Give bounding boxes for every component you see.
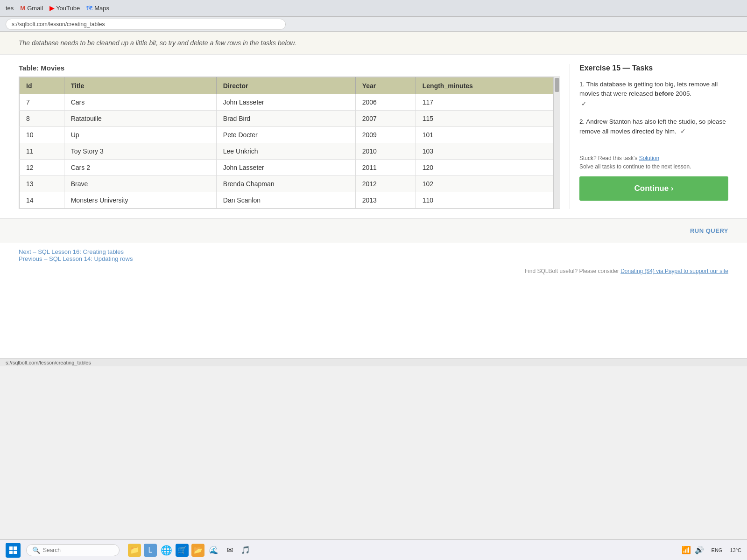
cell-title: Ratatouille bbox=[64, 111, 216, 127]
browser-tabs: tes M Gmail ▶ YouTube 🗺 Maps bbox=[6, 5, 109, 12]
table-title: Table: Movies bbox=[19, 64, 560, 72]
cell-length: 101 bbox=[416, 127, 553, 143]
cell-length: 117 bbox=[416, 94, 553, 111]
task-1-text-before: This database is getting too big, lets r… bbox=[579, 81, 718, 97]
svg-rect-0 bbox=[9, 546, 13, 550]
table-row: 7 Cars John Lasseter 2006 117 bbox=[20, 94, 553, 111]
tab-youtube[interactable]: ▶ YouTube bbox=[49, 5, 80, 12]
donation-link[interactable]: Donating ($4) via Paypal to support our … bbox=[620, 268, 728, 274]
cell-director: Pete Docter bbox=[216, 127, 355, 143]
cell-length: 103 bbox=[416, 143, 553, 160]
tasks-footer: Stuck? Read this task's Solution Solve a… bbox=[579, 155, 728, 170]
cell-title: Up bbox=[64, 127, 216, 143]
tab-gmail[interactable]: M Gmail bbox=[20, 5, 43, 12]
table-scrollbar[interactable] bbox=[553, 77, 560, 209]
donation-text: Find SQLBolt useful? Please consider bbox=[525, 268, 620, 274]
sql-area: RUN QUERY bbox=[0, 218, 747, 243]
next-lesson-link[interactable]: Next – SQL Lesson 16: Creating tables bbox=[19, 248, 124, 255]
browser-tabs-bar: tes M Gmail ▶ YouTube 🗺 Maps bbox=[0, 0, 747, 17]
table-area: Table: Movies Id Title Director Year Len… bbox=[19, 64, 570, 209]
taskbar-store-icon[interactable]: 🛒 bbox=[176, 544, 189, 557]
tab-notes[interactable]: tes bbox=[6, 5, 14, 12]
cell-length: 120 bbox=[416, 160, 553, 176]
main-layout: Table: Movies Id Title Director Year Len… bbox=[0, 55, 747, 218]
cell-director: Dan Scanlon bbox=[216, 192, 355, 209]
cell-id: 13 bbox=[20, 176, 64, 192]
url-status-text: s://sqlbolt.com/lesson/creating_tables bbox=[6, 360, 91, 365]
cell-length: 115 bbox=[416, 111, 553, 127]
page-content: The database needs to be cleaned up a li… bbox=[0, 32, 747, 358]
taskbar-file-explorer-icon[interactable]: 📁 bbox=[128, 544, 141, 557]
table-wrapper: Id Title Director Year Length_minutes 7 … bbox=[19, 77, 560, 209]
taskbar-wifi-icon[interactable]: 📶 bbox=[682, 546, 691, 554]
cell-year: 2009 bbox=[355, 127, 416, 143]
taskbar-music-icon[interactable]: 🎵 bbox=[239, 544, 252, 557]
cell-id: 12 bbox=[20, 160, 64, 176]
table-row: 11 Toy Story 3 Lee Unkrich 2010 103 bbox=[20, 143, 553, 160]
intro-text: The database needs to be cleaned up a li… bbox=[19, 39, 296, 47]
tab-notes-label: tes bbox=[6, 5, 14, 12]
tasks-title: Exercise 15 — Tasks bbox=[579, 64, 728, 72]
table-header-row: Id Title Director Year Length_minutes bbox=[20, 77, 553, 95]
donation-section: Find SQLBolt useful? Please consider Don… bbox=[0, 268, 747, 274]
cell-id: 11 bbox=[20, 143, 64, 160]
taskbar-temp: 13°C bbox=[730, 547, 741, 553]
cell-year: 2013 bbox=[355, 192, 416, 209]
solution-link[interactable]: Solution bbox=[639, 155, 659, 161]
col-header-length: Length_minutes bbox=[416, 77, 553, 95]
cell-id: 14 bbox=[20, 192, 64, 209]
cell-title: Toy Story 3 bbox=[64, 143, 216, 160]
tab-maps[interactable]: 🗺 Maps bbox=[86, 5, 109, 12]
taskbar-search-input[interactable] bbox=[43, 547, 113, 553]
taskbar: 🔍 📁 L 🌐 🛒 📂 🌊 ✉ 🎵 📶 🔊 ENG 13°C bbox=[0, 539, 747, 560]
taskbar-user-icon[interactable]: L bbox=[144, 544, 157, 557]
taskbar-lang: ENG bbox=[712, 547, 723, 553]
cell-length: 110 bbox=[416, 192, 553, 209]
task-1-text-after: 2005. bbox=[676, 90, 691, 97]
start-button[interactable] bbox=[6, 543, 21, 558]
task-2-number: 2. bbox=[579, 118, 586, 125]
solve-text: Solve all tasks to continue to the next … bbox=[579, 163, 728, 170]
tasks-panel: Exercise 15 — Tasks 1. This database is … bbox=[570, 64, 728, 209]
url-bar[interactable]: s://sqlbolt.com/lesson/creating_tables bbox=[6, 19, 286, 30]
cell-year: 2007 bbox=[355, 111, 416, 127]
cell-director: John Lasseter bbox=[216, 160, 355, 176]
cell-id: 7 bbox=[20, 94, 64, 111]
table-row: 14 Monsters University Dan Scanlon 2013 … bbox=[20, 192, 553, 209]
svg-rect-1 bbox=[14, 546, 17, 550]
cell-director: Brenda Chapman bbox=[216, 176, 355, 192]
cell-year: 2006 bbox=[355, 94, 416, 111]
cell-title: Brave bbox=[64, 176, 216, 192]
taskbar-mail-icon[interactable]: ✉ bbox=[223, 544, 236, 557]
taskbar-folder2-icon[interactable]: 📂 bbox=[191, 544, 204, 557]
cell-length: 102 bbox=[416, 176, 553, 192]
col-header-year: Year bbox=[355, 77, 416, 95]
tab-youtube-label: YouTube bbox=[56, 5, 80, 12]
cell-title: Cars bbox=[64, 94, 216, 111]
taskbar-edge-icon[interactable]: 🌊 bbox=[207, 544, 220, 557]
continue-button[interactable]: Continue › bbox=[579, 176, 728, 201]
col-header-title: Title bbox=[64, 77, 216, 95]
run-query-button[interactable]: RUN QUERY bbox=[690, 227, 728, 234]
svg-rect-3 bbox=[14, 551, 17, 554]
footer-nav: Next – SQL Lesson 16: Creating tables Pr… bbox=[0, 243, 747, 268]
tab-gmail-label: Gmail bbox=[27, 5, 43, 12]
youtube-icon: ▶ bbox=[49, 5, 54, 12]
movies-table: Id Title Director Year Length_minutes 7 … bbox=[19, 77, 553, 209]
taskbar-globe-icon[interactable]: 🌐 bbox=[160, 544, 173, 557]
cell-year: 2011 bbox=[355, 160, 416, 176]
previous-lesson-link[interactable]: Previous – SQL Lesson 14: Updating rows bbox=[19, 255, 133, 262]
table-row: 13 Brave Brenda Chapman 2012 102 bbox=[20, 176, 553, 192]
table-row: 8 Ratatouille Brad Bird 2007 115 bbox=[20, 111, 553, 127]
cell-director: Brad Bird bbox=[216, 111, 355, 127]
cell-title: Monsters University bbox=[64, 192, 216, 209]
task-2-check: ✓ bbox=[680, 127, 686, 135]
table-row: 12 Cars 2 John Lasseter 2011 120 bbox=[20, 160, 553, 176]
cell-id: 8 bbox=[20, 111, 64, 127]
cell-year: 2012 bbox=[355, 176, 416, 192]
taskbar-search-bar[interactable]: 🔍 bbox=[26, 544, 120, 556]
taskbar-volume-icon[interactable]: 🔊 bbox=[695, 546, 704, 554]
search-icon: 🔍 bbox=[32, 546, 40, 554]
task-item-2: 2. Andrew Stanton has also left the stud… bbox=[579, 117, 728, 137]
taskbar-apps: 📁 L 🌐 🛒 📂 🌊 ✉ 🎵 bbox=[128, 544, 252, 557]
